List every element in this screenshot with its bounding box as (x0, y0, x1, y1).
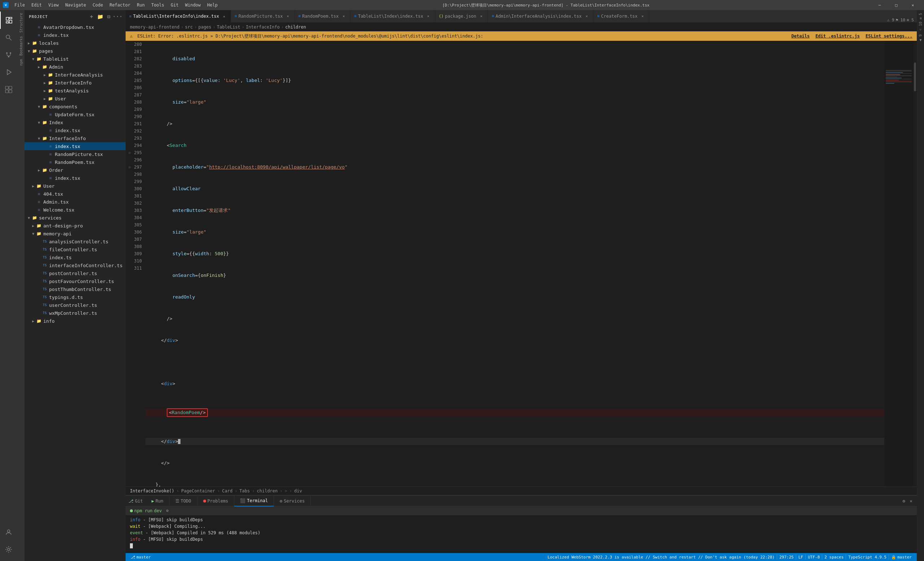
right-tab-notifications[interactable]: ▲ 9 ⚠ 10 ≡ 5 (918, 12, 923, 44)
tree-item-order[interactable]: ▶ 📁 Order (24, 166, 126, 174)
panel-problems-tab[interactable]: Problems (197, 496, 235, 507)
menu-file[interactable]: File (12, 2, 28, 8)
tree-item-interfaceanalysis[interactable]: ▶ 📁 InterfaceAnalysis (24, 71, 126, 79)
tree-item-order-index[interactable]: ≋ index.tsx (24, 174, 126, 182)
tree-item-postthumb[interactable]: TS postThumbController.ts (24, 285, 126, 293)
activity-explorer[interactable] (0, 12, 17, 29)
tree-item-info[interactable]: ▶ 📁 info (24, 317, 126, 325)
tree-item-services[interactable]: ▼ 📁 services (24, 214, 126, 222)
tab-interfaceinfo-index[interactable]: ≋ TableList\InterfaceInfo\index.tsx ✕ (126, 10, 231, 22)
tab-close-3[interactable]: ✕ (341, 14, 346, 19)
tree-item-avatardropdown[interactable]: ≋ AvatarDropdown.tsx (24, 23, 126, 31)
panel-close-icon[interactable]: ✕ (908, 498, 914, 504)
tree-item-components[interactable]: ▼ 📁 components (24, 102, 126, 111)
tab-close-1[interactable]: ✕ (221, 14, 227, 19)
scrollbar-thumb[interactable] (914, 63, 916, 92)
panel-settings-icon[interactable]: ⚙ (901, 498, 907, 504)
left-tab-bookmarks[interactable]: Bookmarks (18, 34, 24, 57)
tree-item-index-tsx[interactable]: ≋ index.tsx (24, 126, 126, 134)
tree-item-updateform[interactable]: ≋ UpdateForm.tsx (24, 111, 126, 118)
tree-item-pages[interactable]: ▼ 📁 pages (24, 47, 126, 55)
tree-item-randompicture[interactable]: ≋ RandomPicture.tsx (24, 150, 126, 158)
tree-item-welcome[interactable]: ≋ Welcome.tsx (24, 206, 126, 214)
tree-item-typings[interactable]: TS typings.d.ts (24, 293, 126, 301)
panel-terminal-tab[interactable]: ⬛ Terminal (234, 496, 274, 507)
tree-item-postfavour[interactable]: TS postFavourController.ts (24, 277, 126, 285)
tree-item-admin[interactable]: ▶ 📁 Admin (24, 63, 126, 71)
maximize-button[interactable]: □ (888, 0, 904, 10)
breadcrumb-tablelist[interactable]: TableList (217, 24, 240, 30)
tree-item-analysis[interactable]: TS analysisController.ts (24, 237, 126, 246)
status-branch[interactable]: ⎇ master (129, 553, 153, 561)
edit-eslintrc-link[interactable]: Edit .eslintrc.js (815, 34, 860, 39)
tab-close-6[interactable]: ✕ (584, 14, 590, 19)
breadcrumb-project[interactable]: memory-api-frontend (130, 24, 179, 30)
tree-item-locales[interactable]: ▶ 📁 locales (24, 39, 126, 47)
tree-item-randompoem[interactable]: ≋ RandomPoem.tsx (24, 158, 126, 166)
left-tab-npm[interactable]: npm (18, 58, 24, 67)
terminal-gear-icon[interactable]: ⚙ (166, 508, 168, 513)
more-actions-button[interactable]: ··· (114, 13, 121, 20)
status-position[interactable]: 297:25 (777, 553, 796, 561)
tree-item-index1[interactable]: ≋ index.tsx (24, 31, 126, 39)
tab-createform[interactable]: ≋ CreateForm.tsx ✕ (594, 10, 650, 22)
minimize-button[interactable]: ─ (871, 0, 888, 10)
menu-run[interactable]: Run (134, 2, 148, 8)
tree-item-filecontroller[interactable]: TS fileController.ts (24, 246, 126, 254)
tab-tablelist-index[interactable]: ≋ TableList\Index\index.tsx ✕ (351, 10, 435, 22)
status-git-branch-right[interactable]: 🔒 master (889, 553, 914, 561)
new-folder-button[interactable]: 📁 (97, 13, 104, 20)
status-notification[interactable]: Localized WebStorm 2022.2.3 is available… (545, 553, 777, 561)
breadcrumb-interfaceinfo[interactable]: InterfaceInfo (246, 24, 280, 30)
panel-services-tab[interactable]: ⚙ Services (274, 496, 311, 507)
npm-run-item[interactable]: npm run dev (129, 508, 163, 514)
tree-item-user[interactable]: ▶ 📁 User (24, 182, 126, 190)
bc-interfaceinvoke[interactable]: InterfaceInvoke() (130, 489, 174, 494)
activity-source-control[interactable] (0, 46, 17, 63)
collapse-all-button[interactable]: ⊟ (105, 13, 112, 20)
bc-tabs[interactable]: Tabs (239, 489, 250, 494)
activity-search[interactable] (0, 29, 17, 46)
tree-item-index-ts[interactable]: TS index.ts (24, 254, 126, 261)
tab-close-7[interactable]: ✕ (640, 14, 645, 19)
menu-edit[interactable]: Edit (28, 2, 45, 8)
status-encoding[interactable]: UTF-8 (806, 553, 822, 561)
activity-account[interactable] (0, 524, 17, 541)
tab-randompoem[interactable]: ≋ RandomPoem.tsx ✕ (295, 10, 351, 22)
tree-item-antd[interactable]: ▶ 📁 ant-design-pro (24, 222, 126, 230)
bc-pagecontainer[interactable]: PageContainer (181, 489, 215, 494)
status-indent[interactable]: LF (796, 553, 805, 561)
tab-admin-ia[interactable]: ≋ Admin\InterfaceAnalysis\index.tsx ✕ (488, 10, 593, 22)
menu-tools[interactable]: Tools (148, 2, 167, 8)
eslint-settings-link[interactable]: ESLint settings... (866, 34, 912, 39)
status-language[interactable]: TypeScript 4.9.5 (846, 553, 889, 561)
tree-item-tablelist[interactable]: ▼ 📁 TableList (24, 55, 126, 63)
tree-item-iic[interactable]: TS interfaceInfoController.ts (24, 261, 126, 269)
tab-close-5[interactable]: ✕ (478, 14, 484, 19)
menu-navigate[interactable]: Navigate (63, 2, 89, 8)
menu-help[interactable]: Help (204, 2, 220, 8)
left-tab-structure[interactable]: Structure (18, 12, 24, 34)
menu-refactor[interactable]: Refactor (106, 2, 133, 8)
tree-item-interfaceinfo-admin[interactable]: ▶ 📁 InterfaceInfo (24, 79, 126, 87)
tree-item-memoryapi[interactable]: ▼ 📁 memory-api (24, 230, 126, 237)
menu-git[interactable]: Git (168, 2, 182, 8)
tree-item-index-selected[interactable]: ≋ index.tsx (24, 142, 126, 150)
panel-run-tab[interactable]: ▶ Run (146, 496, 170, 507)
tree-item-index-folder[interactable]: ▼ 📁 Index (24, 118, 126, 126)
tree-item-admin-tsx[interactable]: ≋ Admin.tsx (24, 198, 126, 206)
menu-window[interactable]: Window (182, 2, 204, 8)
tab-close-2[interactable]: ✕ (285, 14, 291, 19)
tree-item-wxmp[interactable]: TS wxMpController.ts (24, 309, 126, 317)
panel-todo-tab[interactable]: ☰ TODO (170, 496, 197, 507)
tab-package[interactable]: {} package.json ✕ (435, 10, 488, 22)
new-file-button[interactable]: + (88, 13, 95, 20)
breadcrumb-children[interactable]: children (285, 24, 306, 30)
tree-item-interfaceinfo[interactable]: ▼ 📁 InterfaceInfo (24, 134, 126, 142)
menu-code[interactable]: Code (90, 2, 106, 8)
activity-settings[interactable] (0, 541, 17, 558)
details-link[interactable]: Details (792, 34, 810, 39)
bc-children[interactable]: children (257, 489, 278, 494)
breadcrumb-pages[interactable]: pages (198, 24, 211, 30)
breadcrumb-src[interactable]: src (185, 24, 193, 30)
